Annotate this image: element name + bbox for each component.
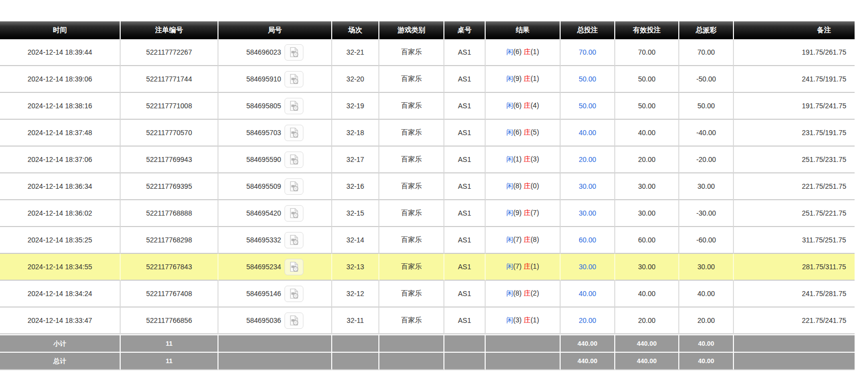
video-replay-button[interactable] bbox=[285, 98, 303, 114]
banker-points: (0) bbox=[530, 182, 539, 190]
result-cell: 闲(6) 庄(5) bbox=[486, 120, 561, 147]
round-id-cell: 584695234 bbox=[218, 254, 332, 281]
bet-id-cell: 522117771744 bbox=[121, 66, 218, 93]
player-points: (7) bbox=[513, 262, 521, 270]
session-cell: 32-17 bbox=[332, 147, 379, 173]
round-id-value: 584695234 bbox=[246, 263, 281, 271]
total-bet-link[interactable]: 50.00 bbox=[579, 102, 596, 110]
valid-bet-cell: 50.00 bbox=[615, 66, 679, 93]
table-row[interactable]: 2024-12-14 18:34:55 522117767843 5846952… bbox=[0, 254, 855, 281]
game-type-cell: 百家乐 bbox=[379, 120, 444, 147]
total-bet-link[interactable]: 40.00 bbox=[579, 129, 596, 137]
video-replay-button[interactable] bbox=[285, 232, 303, 248]
total-bet-link[interactable]: 30.00 bbox=[579, 209, 596, 217]
round-id-cell: 584695910 bbox=[218, 66, 332, 93]
session-cell: 32-21 bbox=[332, 39, 379, 66]
player-points: (9) bbox=[513, 209, 521, 217]
total-bet-cell: 40.00 bbox=[561, 281, 615, 308]
total-bet-link[interactable]: 40.00 bbox=[579, 290, 596, 298]
total-bet-link[interactable]: 30.00 bbox=[579, 182, 596, 190]
video-replay-button[interactable] bbox=[285, 205, 303, 222]
table-row[interactable]: 2024-12-14 18:33:47 522117766856 5846950… bbox=[0, 308, 855, 334]
player-label: 闲 bbox=[506, 182, 513, 190]
round-id-cell: 584695420 bbox=[218, 200, 332, 227]
banker-label: 庄 bbox=[523, 316, 530, 324]
video-replay-button[interactable] bbox=[285, 152, 303, 168]
player-points: (6) bbox=[513, 101, 521, 109]
grand-total-valid-bet: 440.00 bbox=[615, 352, 679, 370]
table-id-cell: AS1 bbox=[444, 147, 486, 173]
bet-id-cell: 522117771008 bbox=[121, 93, 218, 120]
valid-bet-cell: 30.00 bbox=[615, 200, 679, 227]
banker-label: 庄 bbox=[523, 182, 530, 190]
table-body: 2024-12-14 18:39:44 522117772267 5846960… bbox=[0, 39, 855, 334]
valid-bet-cell: 60.00 bbox=[615, 227, 679, 254]
table-row[interactable]: 2024-12-14 18:37:48 522117770570 5846957… bbox=[0, 120, 855, 147]
session-cell: 32-12 bbox=[332, 281, 379, 308]
remark-cell: 191.75/261.75 bbox=[734, 39, 855, 66]
time-cell: 2024-12-14 18:34:24 bbox=[0, 281, 121, 308]
player-points: (8) bbox=[513, 182, 521, 190]
round-id-cell: 584695332 bbox=[218, 227, 332, 254]
time-cell: 2024-12-14 18:39:06 bbox=[0, 66, 121, 93]
video-replay-button[interactable] bbox=[285, 286, 303, 302]
video-playback-icon bbox=[288, 261, 300, 273]
round-id-value: 584695509 bbox=[246, 182, 281, 190]
session-cell: 32-14 bbox=[332, 227, 379, 254]
total-bet-cell: 30.00 bbox=[561, 200, 615, 227]
banker-points: (5) bbox=[530, 128, 539, 136]
header-row: 时间 注单编号 局号 场次 游戏类别 桌号 结果 总投注 有效投注 总派彩 备注 bbox=[0, 21, 855, 39]
total-bet-link[interactable]: 50.00 bbox=[579, 75, 596, 83]
table-row[interactable]: 2024-12-14 18:38:16 522117771008 5846958… bbox=[0, 93, 855, 120]
round-id-cell: 584695590 bbox=[218, 147, 332, 173]
total-bet-link[interactable]: 20.00 bbox=[579, 155, 596, 163]
video-playback-icon bbox=[288, 127, 300, 139]
round-id-cell: 584696023 bbox=[218, 39, 332, 66]
col-header-time: 时间 bbox=[0, 21, 121, 39]
table-row[interactable]: 2024-12-14 18:39:06 522117771744 5846959… bbox=[0, 66, 855, 93]
valid-bet-cell: 70.00 bbox=[615, 39, 679, 66]
table-row[interactable]: 2024-12-14 18:36:34 522117769395 5846955… bbox=[0, 173, 855, 200]
banker-label: 庄 bbox=[523, 209, 530, 217]
bet-id-cell: 522117768298 bbox=[121, 227, 218, 254]
video-replay-button[interactable] bbox=[285, 125, 303, 141]
banker-label: 庄 bbox=[523, 101, 530, 109]
video-replay-button[interactable] bbox=[285, 178, 303, 195]
game-type-cell: 百家乐 bbox=[379, 173, 444, 200]
player-label: 闲 bbox=[506, 75, 513, 82]
col-header-game-type: 游戏类别 bbox=[379, 21, 444, 39]
valid-bet-cell: 20.00 bbox=[615, 308, 679, 334]
video-replay-button[interactable] bbox=[285, 71, 303, 87]
game-type-cell: 百家乐 bbox=[379, 281, 444, 308]
table-row[interactable]: 2024-12-14 18:37:06 522117769943 5846955… bbox=[0, 147, 855, 173]
result-cell: 闲(8) 庄(2) bbox=[486, 281, 561, 308]
total-bet-link[interactable]: 70.00 bbox=[579, 48, 596, 56]
total-bet-link[interactable]: 30.00 bbox=[579, 263, 596, 271]
total-bet-link[interactable]: 60.00 bbox=[579, 236, 596, 244]
player-label: 闲 bbox=[506, 155, 513, 163]
video-replay-button[interactable] bbox=[285, 259, 303, 275]
time-cell: 2024-12-14 18:39:44 bbox=[0, 39, 121, 66]
result-cell: 闲(6) 庄(1) bbox=[486, 39, 561, 66]
total-bet-link[interactable]: 20.00 bbox=[579, 316, 596, 324]
remark-cell: 231.75/191.75 bbox=[734, 120, 855, 147]
result-cell: 闲(8) 庄(0) bbox=[486, 173, 561, 200]
subtotal-payout: 40.00 bbox=[679, 334, 734, 352]
game-type-cell: 百家乐 bbox=[379, 66, 444, 93]
table-id-cell: AS1 bbox=[444, 308, 486, 334]
payout-cell: 70.00 bbox=[679, 39, 734, 66]
col-header-total-bet: 总投注 bbox=[561, 21, 615, 39]
video-playback-icon bbox=[288, 288, 300, 300]
valid-bet-cell: 40.00 bbox=[615, 281, 679, 308]
player-label: 闲 bbox=[506, 262, 513, 270]
video-replay-button[interactable] bbox=[285, 44, 303, 61]
table-row[interactable]: 2024-12-14 18:34:24 522117767408 5846951… bbox=[0, 281, 855, 308]
subtotal-valid-bet: 440.00 bbox=[615, 334, 679, 352]
table-row[interactable]: 2024-12-14 18:36:02 522117768888 5846954… bbox=[0, 200, 855, 227]
payout-cell: 20.00 bbox=[679, 308, 734, 334]
round-id-value: 584695420 bbox=[246, 209, 281, 217]
banker-label: 庄 bbox=[523, 48, 530, 56]
video-replay-button[interactable] bbox=[285, 312, 303, 329]
table-row[interactable]: 2024-12-14 18:35:25 522117768298 5846953… bbox=[0, 227, 855, 254]
table-row[interactable]: 2024-12-14 18:39:44 522117772267 5846960… bbox=[0, 39, 855, 66]
